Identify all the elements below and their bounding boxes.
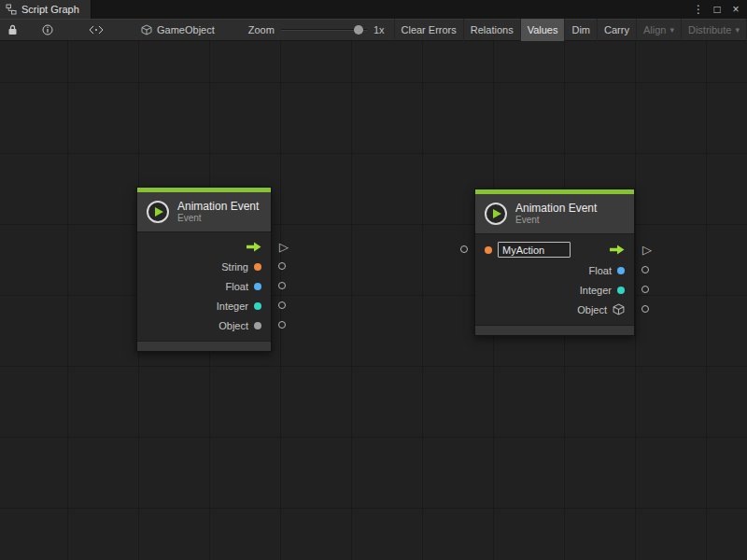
- port-label: Integer: [217, 301, 248, 312]
- string-type-dot: [254, 263, 261, 271]
- port-row-flow: ▷: [137, 237, 271, 257]
- zoom-slider[interactable]: [281, 23, 367, 36]
- integer-type-dot: [617, 287, 625, 294]
- node-subtitle: Event: [177, 213, 259, 224]
- script-graph-icon: [6, 4, 17, 15]
- node-body: ▷ Float Integer Object: [475, 233, 634, 325]
- distribute-dropdown-button[interactable]: Distribute ▾: [681, 19, 746, 41]
- port-string-output[interactable]: [278, 262, 286, 270]
- node-footer: [137, 341, 271, 351]
- zoom-value: 1x: [374, 24, 385, 35]
- event-name-field[interactable]: [498, 242, 571, 258]
- titlebar-spacer: [92, 0, 691, 19]
- gameobject-icon: [141, 24, 152, 35]
- port-row-integer: Integer: [137, 296, 271, 315]
- port-object-output[interactable]: [278, 321, 286, 329]
- carry-button[interactable]: Carry: [597, 19, 636, 41]
- port-label: Float: [589, 265, 612, 276]
- float-type-dot: [617, 267, 625, 274]
- port-row-name-and-flow: ▷: [475, 239, 634, 260]
- port-flow-output[interactable]: ▷: [279, 241, 289, 253]
- clear-errors-button[interactable]: Clear Errors: [394, 19, 463, 41]
- port-label: Object: [577, 304, 607, 315]
- node-animation-event-right[interactable]: Animation Event Event ▷ Float Integer: [474, 189, 635, 336]
- node-header[interactable]: Animation Event Event: [475, 194, 634, 233]
- window-menu-button[interactable]: ⋮: [691, 2, 706, 17]
- window-titlebar: Script Graph ⋮ □ ×: [0, 0, 747, 19]
- close-button[interactable]: ×: [728, 2, 743, 17]
- port-row-float: Float: [475, 260, 634, 280]
- dim-button[interactable]: Dim: [564, 19, 597, 41]
- graph-toolbar: GameObject Zoom 1x Clear Errors Relation…: [0, 19, 747, 41]
- tab-title: Script Graph: [21, 4, 79, 15]
- node-footer: [475, 325, 634, 335]
- info-button[interactable]: [36, 19, 59, 41]
- graph-canvas[interactable]: Animation Event Event ▷ String Float: [0, 41, 747, 560]
- lock-button[interactable]: [2, 19, 23, 41]
- port-label: Float: [226, 281, 248, 292]
- graph-target-gameobject[interactable]: GameObject: [141, 24, 215, 35]
- align-dropdown-button[interactable]: Align ▾: [636, 19, 681, 41]
- node-body: ▷ String Float Integer Object: [137, 231, 271, 341]
- node-title: Animation Event: [177, 200, 259, 213]
- graph-target-label: GameObject: [157, 24, 215, 35]
- tab-script-graph[interactable]: Script Graph: [0, 0, 92, 19]
- values-toggle-button[interactable]: Values: [520, 19, 565, 41]
- port-label: Object: [218, 320, 248, 331]
- node-animation-event-left[interactable]: Animation Event Event ▷ String Float: [136, 187, 272, 352]
- object-cube-icon: [613, 303, 625, 315]
- port-name-input[interactable]: [460, 245, 468, 253]
- port-row-string: String: [137, 257, 271, 276]
- dropdown-arrow-icon: ▾: [735, 25, 740, 35]
- event-play-icon: [147, 201, 169, 223]
- zoom-slider-handle[interactable]: [354, 25, 363, 35]
- port-object-output[interactable]: [641, 305, 649, 313]
- node-title: Animation Event: [515, 202, 597, 215]
- float-type-dot: [254, 283, 261, 290]
- integer-type-dot: [254, 302, 261, 310]
- flow-arrow-icon: [247, 242, 261, 252]
- port-label: Integer: [580, 285, 612, 296]
- node-header[interactable]: Animation Event Event: [137, 192, 271, 231]
- port-row-integer: Integer: [475, 280, 634, 300]
- port-row-float: Float: [137, 276, 271, 296]
- port-float-output[interactable]: [278, 282, 286, 289]
- node-subtitle: Event: [515, 215, 597, 226]
- zoom-label: Zoom: [248, 24, 275, 35]
- port-row-object: Object: [475, 300, 634, 319]
- code-view-button[interactable]: [83, 19, 109, 41]
- port-row-object: Object: [137, 315, 271, 335]
- dropdown-arrow-icon: ▾: [669, 25, 674, 35]
- port-integer-output[interactable]: [641, 286, 649, 293]
- flow-arrow-icon: [610, 245, 625, 255]
- maximize-button[interactable]: □: [710, 2, 725, 17]
- port-integer-output[interactable]: [278, 301, 286, 309]
- port-flow-output[interactable]: ▷: [642, 244, 652, 256]
- string-type-dot: [485, 246, 492, 254]
- object-type-dot: [254, 322, 261, 329]
- port-float-output[interactable]: [641, 266, 649, 273]
- relations-button[interactable]: Relations: [463, 19, 520, 41]
- port-label: String: [221, 261, 248, 273]
- event-play-icon: [485, 203, 507, 225]
